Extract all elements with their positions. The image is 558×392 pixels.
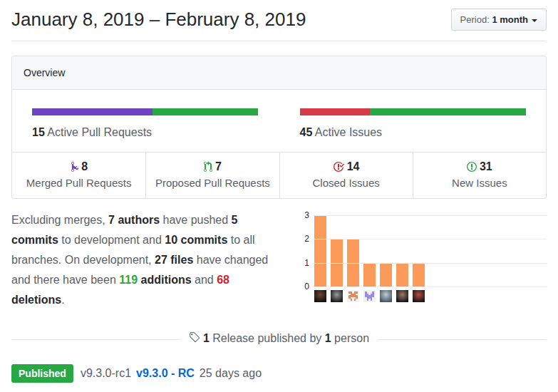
published-badge: Published <box>11 364 73 383</box>
closed-count-line: 14 <box>284 160 408 173</box>
contributor-avatar[interactable] <box>363 290 376 302</box>
text-segment: and <box>192 274 217 286</box>
text-segment: 10 commits <box>165 234 227 246</box>
gridline <box>313 239 547 239</box>
text-segment: 1 <box>325 332 331 344</box>
stat-label: New Issues <box>418 177 542 189</box>
commit-bar <box>363 263 376 287</box>
summary-section: Excluding merges, 7 authors have pushed … <box>11 210 547 310</box>
releases-divider: 1 Release published by 1 person <box>11 331 547 347</box>
contributor-avatar[interactable] <box>314 290 326 302</box>
release-row: Published v9.3.0-rc1 v9.3.0 - RC 25 days… <box>11 364 547 383</box>
contributor-avatar[interactable] <box>331 290 343 302</box>
contributor-avatar[interactable] <box>380 290 392 302</box>
period-value: 1 month <box>492 14 528 25</box>
text-segment: 1 <box>203 332 210 344</box>
stat-count-value: 31 <box>480 160 492 172</box>
merged-count-line: 8 <box>16 160 141 173</box>
active-issues-count: 45 <box>300 126 313 138</box>
issues-meter <box>300 108 527 115</box>
stat-count-value: 14 <box>347 160 360 172</box>
new-segment <box>370 108 526 115</box>
period-dropdown-button[interactable]: Period: 1 month <box>451 9 547 31</box>
stat-count-value: 7 <box>215 160 222 172</box>
releases-divider-label: 1 Release published by 1 person <box>180 331 378 345</box>
text-segment: . <box>61 294 64 306</box>
text-segment: 119 <box>119 274 138 286</box>
page-header: January 8, 2019 – February 8, 2019 Perio… <box>11 9 547 41</box>
proposed-segment <box>153 108 258 115</box>
commit-bar <box>314 215 326 287</box>
progress-section: 15 Active Pull Requests 45 Active Issues <box>12 90 546 152</box>
text-segment: Excluding merges, <box>11 214 108 226</box>
pull-requests-progress: 15 Active Pull Requests <box>32 108 259 139</box>
text-segment: 68 <box>217 274 229 286</box>
active-pull-requests-text: Active Pull Requests <box>45 126 152 138</box>
git-merge-icon <box>70 160 81 172</box>
release-title-link[interactable]: v9.3.0 - RC <box>136 367 195 380</box>
new-issues-stat[interactable]: 31 New Issues <box>413 153 546 198</box>
y-tick-label: 1 <box>304 259 309 267</box>
chart-y-axis: 0123 <box>301 215 313 287</box>
text-segment: 27 files <box>155 254 193 266</box>
issues-progress: 45 Active Issues <box>300 108 527 139</box>
contributor-avatar[interactable] <box>347 290 359 302</box>
chart-bars <box>314 215 425 287</box>
proposed-pull-requests-stat[interactable]: 7 Proposed Pull Requests <box>145 153 279 198</box>
text-segment: 7 authors <box>108 214 160 226</box>
active-issues-label: 45 Active Issues <box>300 126 527 139</box>
active-pull-requests-label: 15 Active Pull Requests <box>32 126 259 139</box>
text-segment: to development and <box>58 234 165 246</box>
closed-issues-stat[interactable]: 14 Closed Issues <box>279 153 413 198</box>
stat-label: Merged Pull Requests <box>16 177 141 189</box>
tag-icon <box>189 332 203 344</box>
commits-per-contributor-chart: 0123 <box>301 210 547 310</box>
issue-opened-icon <box>467 160 480 172</box>
contributor-avatar[interactable] <box>413 290 425 302</box>
text-segment: Release published by <box>210 332 325 344</box>
contributor-avatar[interactable] <box>396 290 408 302</box>
git-pull-request-icon <box>204 160 215 172</box>
page-title: January 8, 2019 – February 8, 2019 <box>11 9 306 31</box>
text-segment: have pushed <box>160 214 232 226</box>
release-tag-name: v9.3.0-rc1 <box>81 367 131 380</box>
overview-box-header: Overview <box>12 56 546 90</box>
text-segment: deletions <box>11 294 61 306</box>
release-time: 25 days ago <box>200 367 262 380</box>
gridline <box>313 287 547 287</box>
text-segment: additions <box>141 274 192 286</box>
commit-bar <box>380 263 392 287</box>
closed-segment <box>300 108 371 115</box>
contributor-avatars <box>314 290 547 302</box>
commit-chart-plot <box>313 215 547 287</box>
y-tick-label: 0 <box>304 282 309 291</box>
stat-count-value: 8 <box>81 160 88 172</box>
proposed-count-line: 7 <box>150 160 274 173</box>
chart-plot-row: 0123 <box>301 215 547 287</box>
issue-closed-icon <box>333 160 347 172</box>
gridline <box>313 215 547 216</box>
merged-segment <box>32 108 153 115</box>
commit-bar <box>413 263 425 287</box>
releases-divider-text: 1 Release published by 1 person <box>203 332 369 344</box>
y-tick-label: 2 <box>304 234 309 243</box>
overview-title: Overview <box>24 67 65 78</box>
stats-row: 8 Merged Pull Requests 7 Proposed Pull R… <box>12 152 546 198</box>
active-issues-text: Active Issues <box>312 126 382 138</box>
gridline <box>313 263 547 264</box>
pull-requests-meter <box>32 108 259 115</box>
chevron-down-icon <box>532 19 537 22</box>
merged-pull-requests-stat[interactable]: 8 Merged Pull Requests <box>12 153 145 198</box>
active-pull-requests-count: 15 <box>32 126 45 138</box>
text-segment: person <box>331 332 369 344</box>
stat-label: Closed Issues <box>284 177 408 189</box>
summary-paragraph: Excluding merges, 7 authors have pushed … <box>11 210 282 310</box>
stat-label: Proposed Pull Requests <box>150 177 274 189</box>
pulse-page: January 8, 2019 – February 8, 2019 Perio… <box>0 0 558 391</box>
commit-bar <box>396 263 408 287</box>
period-label: Period: <box>460 14 490 25</box>
overview-box: Overview 15 Active Pull Requests 45 Acti… <box>11 56 547 199</box>
y-tick-label: 3 <box>304 211 309 220</box>
new-count-line: 31 <box>418 160 542 173</box>
